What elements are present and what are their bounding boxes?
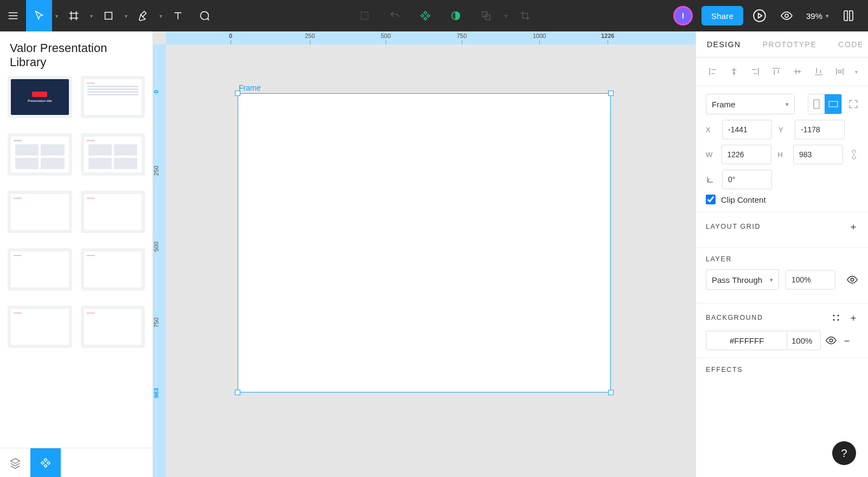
alignment-controls: ▾	[696, 57, 868, 86]
rotation-input[interactable]	[722, 170, 772, 189]
view-settings-icon[interactable]	[776, 0, 797, 31]
constrain-proportions-icon[interactable]	[850, 149, 858, 160]
frame-tool-caret[interactable]: ▾	[87, 13, 95, 19]
frame-name-label[interactable]: Frame	[239, 83, 260, 92]
y-input[interactable]	[795, 120, 845, 139]
zoom-dropdown[interactable]: 39% ▾	[806, 11, 829, 21]
shape-tool-caret[interactable]: ▾	[122, 13, 130, 19]
text-tool-icon[interactable]	[165, 0, 191, 31]
background-visibility-icon[interactable]	[825, 334, 837, 346]
thumb-slide[interactable]: ———	[81, 76, 145, 118]
comment-tool-icon[interactable]	[191, 0, 217, 31]
remove-background-icon[interactable]: －	[841, 333, 852, 348]
background-opacity-input[interactable]	[787, 331, 821, 350]
thumb-cover[interactable]: Presentation title	[8, 76, 72, 118]
thumb-slide[interactable]: ———	[81, 306, 145, 348]
svg-point-6	[785, 14, 788, 17]
resize-handle-se[interactable]	[608, 390, 614, 395]
thumb-slide[interactable]: ———	[8, 306, 72, 348]
assets-tab-icon[interactable]	[30, 448, 61, 477]
tab-prototype[interactable]: PROTOTYPE	[752, 31, 828, 57]
y-label: Y	[778, 126, 788, 134]
layers-tab-icon[interactable]	[0, 448, 30, 477]
resize-handle-sw[interactable]	[235, 390, 240, 395]
resize-handle-nw[interactable]	[235, 91, 240, 96]
pages-thumbnails[interactable]: Presentation title ——— ——— ——— ——— ———	[0, 76, 152, 448]
pen-tool-icon[interactable]	[130, 0, 156, 31]
align-hcenter-icon[interactable]	[726, 64, 742, 79]
clip-content-checkbox[interactable]	[706, 195, 716, 204]
left-panel: Valor Presentation Library Presentation …	[0, 31, 153, 477]
effects-title: EFFECTS	[706, 366, 743, 373]
blend-mode-select[interactable]: Pass Through ▾	[706, 269, 779, 290]
orientation-landscape[interactable]	[825, 94, 841, 114]
canvas-viewport[interactable]: Frame	[166, 44, 695, 477]
tab-code[interactable]: CODE	[827, 31, 868, 57]
orientation-portrait[interactable]	[808, 94, 825, 114]
ruler-vertical[interactable]: 0 250 500 750 983	[153, 44, 166, 477]
selected-frame[interactable]	[238, 93, 611, 392]
crop-dim-icon[interactable]	[510, 0, 540, 31]
w-input[interactable]	[722, 145, 771, 164]
layer-visibility-icon[interactable]	[846, 274, 858, 286]
create-component-icon[interactable]	[410, 0, 441, 31]
x-label: X	[706, 126, 716, 134]
library-icon[interactable]	[838, 0, 859, 31]
canvas[interactable]: 0 250 500 750 1000 1226 0 250 500 750 98…	[153, 31, 695, 477]
x-input[interactable]	[722, 120, 772, 139]
frame-section: Frame ▾ X Y W H	[696, 86, 868, 212]
boolean-dim-icon[interactable]	[471, 0, 501, 31]
background-swatch[interactable]	[706, 331, 724, 350]
background-hex-input[interactable]	[724, 331, 787, 350]
svg-point-5	[754, 10, 765, 22]
share-button[interactable]: Share	[701, 6, 743, 25]
boolean-caret[interactable]: ▾	[501, 13, 510, 19]
thumb-slide[interactable]: ———	[8, 248, 72, 291]
ruler-horizontal[interactable]: 0 250 500 750 1000 1226	[166, 31, 695, 44]
toolbar-right-cluster: I Share 39% ▾	[673, 0, 868, 31]
align-vcenter-icon[interactable]	[789, 64, 806, 79]
svg-rect-7	[814, 100, 819, 108]
frame-preset-select[interactable]: Frame ▾	[706, 94, 795, 114]
pen-tool-caret[interactable]: ▾	[156, 13, 165, 19]
svg-point-13	[837, 319, 839, 320]
add-background-icon[interactable]: ＋	[848, 311, 858, 324]
thumb-slide[interactable]: ———	[8, 191, 72, 233]
distribute-caret[interactable]: ▾	[853, 64, 859, 79]
help-button[interactable]: ?	[832, 441, 856, 465]
user-avatar[interactable]: I	[673, 6, 693, 25]
frame-tool-icon[interactable]	[61, 0, 87, 31]
resize-handle-ne[interactable]	[608, 91, 614, 96]
move-tool-icon[interactable]	[26, 0, 52, 31]
tab-design[interactable]: DESIGN	[696, 31, 752, 57]
align-right-icon[interactable]	[747, 64, 763, 79]
inspector-tabs: DESIGN PROTOTYPE CODE	[696, 31, 868, 57]
thumb-slide[interactable]: ———	[81, 191, 145, 233]
move-tool-caret[interactable]: ▾	[52, 13, 61, 19]
mask-icon[interactable]	[441, 0, 471, 31]
distribute-icon[interactable]	[832, 64, 848, 79]
resize-to-fit-icon[interactable]	[848, 99, 858, 109]
avatar-letter: I	[682, 11, 684, 20]
h-input[interactable]	[793, 145, 843, 164]
angle-icon	[706, 175, 716, 184]
thumb-slide[interactable]: ———	[81, 133, 145, 176]
thumb-slide[interactable]: ———	[8, 133, 72, 176]
align-top-icon[interactable]	[768, 64, 784, 79]
component-dim-icon[interactable]	[349, 0, 380, 31]
align-left-icon[interactable]	[705, 64, 721, 79]
main-area: Valor Presentation Library Presentation …	[0, 31, 868, 477]
present-icon[interactable]	[748, 0, 771, 31]
hamburger-menu-icon[interactable]	[0, 0, 26, 31]
shape-tool-icon[interactable]	[95, 0, 122, 31]
background-style-icon[interactable]	[831, 313, 841, 323]
align-bottom-icon[interactable]	[810, 64, 827, 79]
add-layout-grid-icon[interactable]: ＋	[848, 220, 858, 233]
thumb-slide[interactable]: ———	[81, 248, 145, 291]
svg-point-14	[829, 339, 833, 342]
layer-opacity-input[interactable]	[786, 270, 835, 289]
top-toolbar: ▾ ▾ ▾ ▾ ▾ I	[0, 0, 868, 31]
layer-title: LAYER	[706, 255, 732, 263]
layout-grid-title: LAYOUT GRID	[706, 223, 761, 230]
reset-dim-icon[interactable]	[380, 0, 410, 31]
